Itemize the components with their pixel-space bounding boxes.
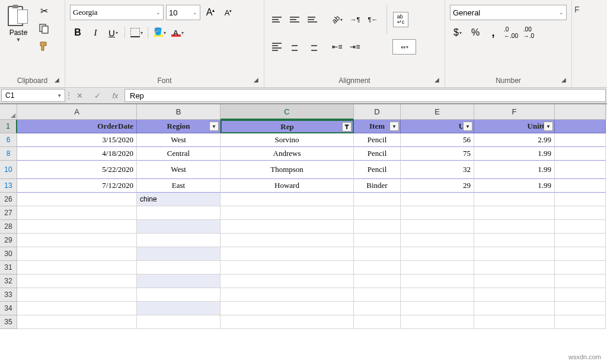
accounting-format-button[interactable]: $▾ — [450, 25, 465, 40]
row-header-34[interactable]: 34 — [0, 302, 17, 315]
row-header-6[interactable]: 6 — [0, 133, 17, 147]
cell[interactable] — [401, 193, 474, 206]
clipboard-dialog-launcher[interactable]: ◢ — [53, 75, 61, 84]
fill-color-button[interactable]: 🪣▾ — [152, 25, 167, 40]
cell[interactable]: 32 — [401, 161, 474, 179]
wrap-text-button[interactable]: ab↵c — [393, 12, 408, 27]
name-box[interactable]: C1 ▾ — [1, 89, 65, 102]
row-header-1[interactable]: 1 — [0, 120, 17, 133]
cell[interactable] — [221, 193, 354, 206]
column-header-extra[interactable] — [555, 104, 606, 120]
rtl-button[interactable]: ¶← — [365, 12, 381, 27]
cell[interactable] — [474, 193, 555, 206]
ltr-button[interactable]: →¶ — [347, 12, 363, 27]
cell[interactable] — [555, 220, 606, 234]
cell[interactable]: Central — [137, 147, 221, 161]
cell[interactable] — [17, 193, 137, 206]
cell[interactable] — [401, 206, 474, 220]
orientation-button[interactable]: ab▾ — [330, 12, 345, 27]
cell[interactable] — [354, 302, 401, 315]
cell[interactable] — [354, 261, 401, 274]
cell[interactable] — [137, 206, 221, 220]
column-header-C[interactable]: C — [221, 104, 354, 120]
cell[interactable]: 1.99 — [474, 147, 555, 161]
font-name-select[interactable]: Georgia ⌄ — [70, 5, 164, 20]
percent-button[interactable]: % — [468, 25, 483, 40]
cell[interactable] — [474, 302, 555, 315]
copy-button[interactable] — [37, 21, 51, 36]
filter-dropdown-icon[interactable]: ▼ — [209, 122, 219, 131]
border-button[interactable]: ▾ — [129, 25, 144, 40]
increase-font-button[interactable]: A▴ — [203, 5, 218, 20]
cell[interactable] — [555, 206, 606, 220]
cell[interactable] — [555, 193, 606, 206]
cell[interactable] — [474, 315, 555, 329]
cell[interactable] — [401, 288, 474, 302]
cell[interactable] — [555, 147, 606, 161]
row-header-31[interactable]: 31 — [0, 261, 17, 274]
cell[interactable] — [354, 220, 401, 234]
cell[interactable] — [354, 206, 401, 220]
cell[interactable] — [555, 274, 606, 288]
cut-button[interactable]: ✂ — [37, 4, 51, 18]
row-header-33[interactable]: 33 — [0, 288, 17, 302]
cell[interactable] — [555, 234, 606, 247]
cell[interactable] — [137, 315, 221, 329]
cell[interactable]: 56 — [401, 133, 474, 147]
font-color-button[interactable]: A▾ — [170, 25, 185, 40]
number-format-select[interactable]: General ⌄ — [450, 5, 567, 20]
cell[interactable]: Pencil — [354, 147, 401, 161]
paste-button[interactable]: Paste ▼ — [4, 2, 33, 45]
cell[interactable] — [474, 274, 555, 288]
row-header-35[interactable]: 35 — [0, 315, 17, 329]
cell[interactable]: East — [137, 179, 221, 193]
cell[interactable]: 3/15/2020 — [17, 133, 137, 147]
cell[interactable]: Pencil — [354, 161, 401, 179]
select-all-corner[interactable] — [0, 104, 17, 120]
cell[interactable] — [137, 247, 221, 261]
header-cell-E[interactable]: Uni▼ — [401, 120, 474, 133]
filter-dropdown-icon[interactable]: ▼ — [544, 122, 553, 131]
align-middle-button[interactable] — [287, 12, 302, 27]
column-header-B[interactable]: B — [137, 104, 221, 120]
decrease-decimal-button[interactable]: .00→.0 — [521, 25, 536, 40]
cell[interactable] — [221, 206, 354, 220]
cell[interactable] — [137, 261, 221, 274]
font-dialog-launcher[interactable]: ◢ — [252, 75, 260, 84]
cell[interactable] — [354, 193, 401, 206]
header-cell-D[interactable]: Item▼ — [354, 120, 401, 133]
row-header-28[interactable]: 28 — [0, 220, 17, 234]
cell[interactable] — [137, 220, 221, 234]
cell[interactable]: Thompson — [221, 161, 354, 179]
cell[interactable] — [221, 261, 354, 274]
decrease-indent-button[interactable]: ⇤≡ — [330, 39, 345, 55]
row-header-32[interactable]: 32 — [0, 274, 17, 288]
cell[interactable] — [221, 274, 354, 288]
row-header-29[interactable]: 29 — [0, 234, 17, 247]
row-header-8[interactable]: 8 — [0, 147, 17, 161]
align-top-button[interactable] — [269, 12, 285, 27]
font-size-select[interactable]: 10 ⌄ — [166, 5, 200, 20]
alignment-dialog-launcher[interactable]: ◢ — [433, 75, 441, 84]
format-painter-button[interactable] — [37, 39, 51, 53]
cell[interactable]: 75 — [401, 147, 474, 161]
row-header-30[interactable]: 30 — [0, 247, 17, 261]
cell[interactable] — [354, 234, 401, 247]
underline-button[interactable]: U▾ — [106, 25, 121, 40]
cell[interactable] — [17, 206, 137, 220]
cell[interactable] — [354, 247, 401, 261]
column-header-F[interactable]: F — [474, 104, 555, 120]
filter-dropdown-icon[interactable]: ▼ — [389, 122, 399, 131]
cell[interactable] — [474, 206, 555, 220]
italic-button[interactable]: I — [88, 25, 103, 40]
column-header-D[interactable]: D — [354, 104, 401, 120]
header-cell-C[interactable]: Rep — [221, 120, 354, 133]
header-cell-F[interactable]: UnitCo▼ — [474, 120, 555, 133]
cell[interactable] — [555, 133, 606, 147]
cell[interactable] — [555, 302, 606, 315]
cell[interactable]: 1.99 — [474, 179, 555, 193]
cell[interactable] — [401, 220, 474, 234]
increase-indent-button[interactable]: ⇥≡ — [347, 39, 363, 55]
cell[interactable]: chine — [137, 193, 221, 206]
cell[interactable] — [555, 288, 606, 302]
